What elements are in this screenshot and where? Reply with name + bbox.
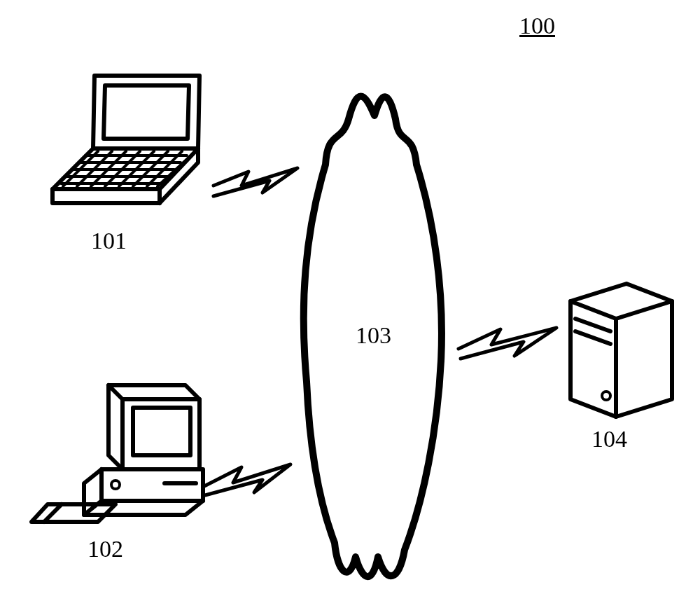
svg-point-0 [111,481,120,489]
wireless-link-laptop-to-network [210,161,301,203]
desktop-label: 102 [88,536,123,562]
wireless-link-desktop-to-network [200,459,294,501]
server-icon [560,277,682,424]
laptop-icon [42,70,217,235]
figure-number: 100 [519,13,555,39]
laptop-label: 101 [91,228,127,254]
svg-point-1 [602,392,610,400]
wireless-link-network-to-server [455,322,560,364]
network-diagram: 100 [0,0,700,615]
network-label: 103 [356,322,391,349]
server-label: 104 [592,426,627,452]
desktop-icon [28,378,210,532]
